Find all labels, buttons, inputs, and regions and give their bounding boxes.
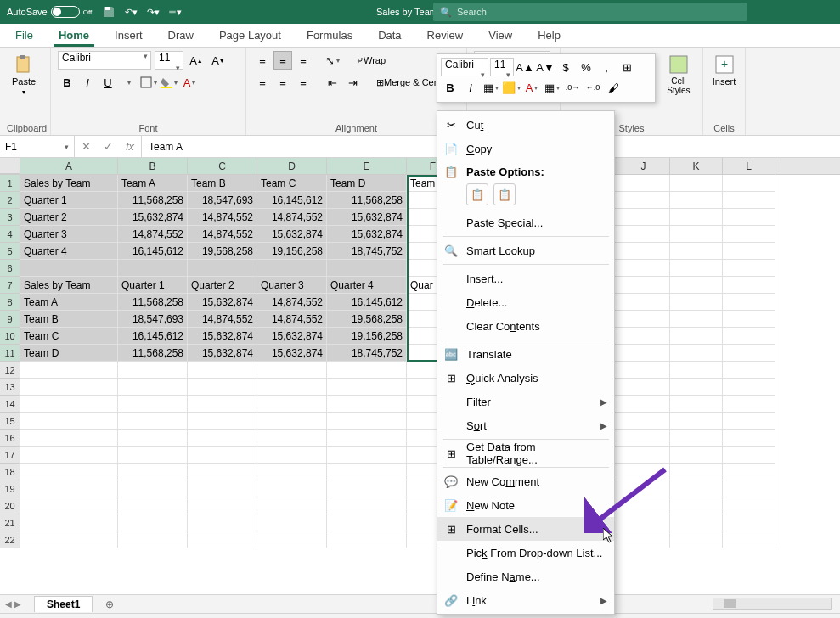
cell-J21[interactable] <box>617 514 670 531</box>
cell-B5[interactable]: 16,145,612 <box>118 243 188 260</box>
cell-D9[interactable]: 14,874,552 <box>257 311 327 328</box>
fill-color-button[interactable] <box>160 73 178 92</box>
cell-D8[interactable]: 14,874,552 <box>257 294 327 311</box>
tab-view[interactable]: View <box>483 25 517 47</box>
cell-E19[interactable] <box>327 480 407 497</box>
italic-button[interactable]: I <box>78 73 97 92</box>
cell-L17[interactable] <box>723 447 775 464</box>
cell-E16[interactable] <box>327 430 407 447</box>
mt-percent-icon[interactable]: % <box>577 58 595 76</box>
align-top-icon[interactable]: ≡ <box>253 51 272 70</box>
mt-border2-button[interactable]: ▦ <box>543 78 561 97</box>
cell-B19[interactable] <box>118 480 188 497</box>
cell-C13[interactable] <box>188 379 257 396</box>
cell-A19[interactable] <box>20 480 118 497</box>
sheet-nav-arrows[interactable]: ◀ ▶ <box>5 599 21 609</box>
cell-E1[interactable]: Team D <box>327 175 407 192</box>
cell-J18[interactable] <box>617 464 670 480</box>
cell-C12[interactable] <box>188 362 257 379</box>
row-header-10[interactable]: 10 <box>0 328 20 345</box>
cell-A11[interactable]: Team D <box>20 345 118 362</box>
cell-C19[interactable] <box>188 480 257 497</box>
cell-L18[interactable] <box>723 464 775 480</box>
cell-L14[interactable] <box>723 396 775 413</box>
cell-C11[interactable]: 15,632,874 <box>188 345 257 362</box>
paste-option-values[interactable]: 📋 <box>493 183 516 205</box>
undo-icon[interactable]: ↶▾ <box>124 5 138 19</box>
cell-L12[interactable] <box>723 362 775 379</box>
cell-D15[interactable] <box>257 413 327 430</box>
tab-insert[interactable]: Insert <box>110 25 148 47</box>
cell-D12[interactable] <box>257 362 327 379</box>
cell-A3[interactable]: Quarter 2 <box>20 209 118 226</box>
row-header-12[interactable]: 12 <box>0 362 20 379</box>
cm-quick-analysis[interactable]: ⊞Quick Analysis <box>437 366 614 390</box>
redo-icon[interactable]: ↷▾ <box>146 5 160 19</box>
cell-A2[interactable]: Quarter 1 <box>20 192 118 209</box>
cm-paste-special[interactable]: Paste Special... <box>437 211 614 234</box>
cell-L19[interactable] <box>723 480 775 497</box>
cell-K9[interactable] <box>670 311 723 328</box>
cell-A10[interactable]: Team C <box>20 328 118 345</box>
row-header-7[interactable]: 7 <box>0 277 20 294</box>
row-header-22[interactable]: 22 <box>0 531 20 548</box>
row-header-3[interactable]: 3 <box>0 209 20 226</box>
cell-J2[interactable] <box>617 192 670 209</box>
cell-A17[interactable] <box>20 447 118 464</box>
mt-border-button[interactable]: ▦ <box>482 78 500 97</box>
cell-A4[interactable]: Quarter 3 <box>20 226 118 243</box>
cell-J15[interactable] <box>617 413 670 430</box>
font-size-select[interactable]: 11 <box>155 51 183 70</box>
mt-bold-button[interactable]: B <box>441 78 459 97</box>
cell-D20[interactable] <box>257 497 327 514</box>
cell-J10[interactable] <box>617 328 670 345</box>
font-color-button[interactable]: A <box>180 73 199 92</box>
cell-B12[interactable] <box>118 362 188 379</box>
bold-button[interactable]: B <box>58 73 76 92</box>
cell-J14[interactable] <box>617 396 670 413</box>
cell-E7[interactable]: Quarter 4 <box>327 277 407 294</box>
increase-indent-icon[interactable]: ⇥ <box>343 73 362 92</box>
cm-get-data[interactable]: ⊞Get Data from Table/Range... <box>437 441 614 465</box>
save-icon[interactable] <box>102 5 116 19</box>
cell-B14[interactable] <box>118 396 188 413</box>
cell-K10[interactable] <box>670 328 723 345</box>
cell-D19[interactable] <box>257 480 327 497</box>
add-sheet-button[interactable]: ⊕ <box>101 596 118 613</box>
cell-K8[interactable] <box>670 294 723 311</box>
cm-translate[interactable]: 🔤Translate <box>437 342 614 366</box>
cm-new-comment[interactable]: 💬New Comment <box>437 469 614 493</box>
column-header-D[interactable]: D <box>257 158 327 174</box>
align-middle-icon[interactable]: ≡ <box>273 51 292 70</box>
cell-K22[interactable] <box>670 531 723 548</box>
cell-K11[interactable] <box>670 345 723 362</box>
cell-L6[interactable] <box>723 260 775 277</box>
cell-B20[interactable] <box>118 497 188 514</box>
cell-C14[interactable] <box>188 396 257 413</box>
cell-A9[interactable]: Team B <box>20 311 118 328</box>
mt-dec-decimal-icon[interactable]: ←.0 <box>583 78 602 97</box>
column-header-J[interactable]: J <box>617 158 670 174</box>
column-header-L[interactable]: L <box>723 158 775 174</box>
mt-format-icon[interactable]: ⊞ <box>617 58 636 76</box>
cell-B9[interactable]: 18,547,693 <box>118 311 188 328</box>
cell-K6[interactable] <box>670 260 723 277</box>
row-header-2[interactable]: 2 <box>0 192 20 209</box>
cell-D10[interactable]: 15,632,874 <box>257 328 327 345</box>
cell-C16[interactable] <box>188 430 257 447</box>
cell-A22[interactable] <box>20 531 118 548</box>
tab-help[interactable]: Help <box>533 25 566 47</box>
cell-L3[interactable] <box>723 209 775 226</box>
cell-K15[interactable] <box>670 413 723 430</box>
cell-D14[interactable] <box>257 396 327 413</box>
cell-D1[interactable]: Team C <box>257 175 327 192</box>
cell-K19[interactable] <box>670 480 723 497</box>
cell-L4[interactable] <box>723 226 775 243</box>
cm-filter[interactable]: Filter▶ <box>437 390 614 413</box>
cell-B6[interactable] <box>118 260 188 277</box>
mt-font-select[interactable]: Calibri <box>441 58 488 76</box>
cell-E11[interactable]: 18,745,752 <box>327 345 407 362</box>
cell-A18[interactable] <box>20 464 118 480</box>
cm-cut[interactable]: ✂Cut <box>437 113 614 137</box>
row-header-18[interactable]: 18 <box>0 464 20 480</box>
